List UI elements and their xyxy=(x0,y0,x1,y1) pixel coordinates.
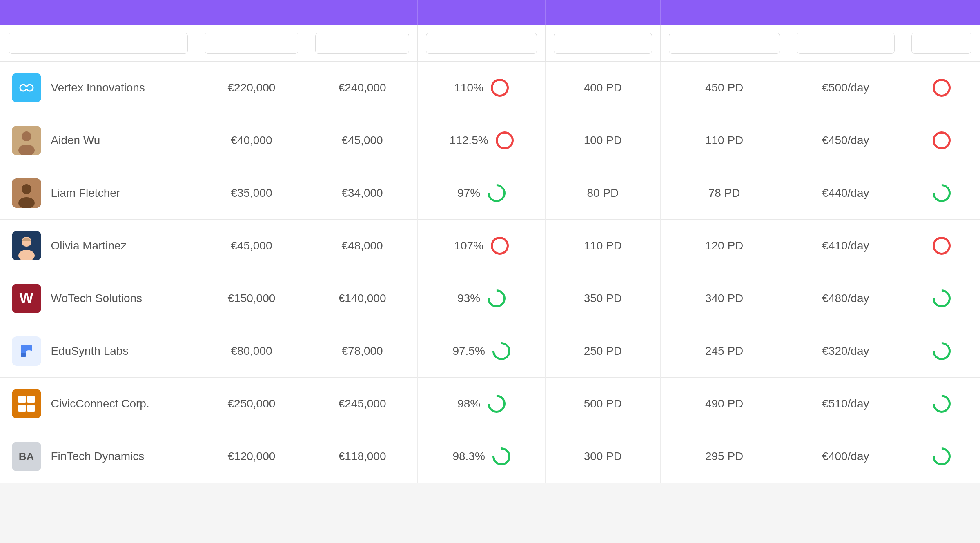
effort-aiden-wu-status-red xyxy=(933,131,951,149)
table-row-liam-fletcher: Liam Fletcher €35,000 €34,000 97% 80 PD … xyxy=(0,167,980,220)
svg-rect-14 xyxy=(27,396,35,403)
avatar-fintech: BA xyxy=(12,442,41,471)
cell-effort-edusynth-labs xyxy=(903,325,980,378)
effort-civicconnect-corp-status-green xyxy=(929,391,954,416)
avatar-wotech: W xyxy=(12,284,41,313)
filter-cell-actualeffort xyxy=(660,25,788,62)
consumption-value-wotech-solutions: 93% xyxy=(457,292,480,305)
participant-name-edusynth-labs: EduSynth Labs xyxy=(51,345,129,358)
expense-value-fintech-dynamics: €118,000 xyxy=(339,450,386,463)
cell-effort-olivia-martinez xyxy=(903,220,980,272)
planeffort-value-vertex-innovations: 400 PD xyxy=(584,81,622,94)
consumption-value-olivia-martinez: 107% xyxy=(454,239,483,252)
cell-effort-aiden-wu xyxy=(903,114,980,167)
participant-name-civicconnect-corp: CivicConnect Corp. xyxy=(51,397,149,410)
svg-rect-16 xyxy=(27,405,35,412)
avatar-edusynth xyxy=(12,336,41,366)
main-table-wrapper: Vertex Innovations €220,000 €240,000 110… xyxy=(0,0,980,483)
filter-input-rate[interactable] xyxy=(797,33,895,54)
svg-rect-15 xyxy=(18,405,26,412)
col-header-expense xyxy=(307,0,417,25)
consumption-civicconnect-corp-status-green xyxy=(484,391,509,416)
filter-cell-rate xyxy=(788,25,903,62)
cell-planeffort-aiden-wu: 100 PD xyxy=(546,114,661,167)
filter-row xyxy=(0,25,980,62)
consumption-value-fintech-dynamics: 98.3% xyxy=(452,450,485,463)
filter-input-actualeffort[interactable] xyxy=(669,33,780,54)
cell-effort-civicconnect-corp xyxy=(903,378,980,430)
col-header-effort xyxy=(903,0,980,25)
cell-planeffort-civicconnect-corp: 500 PD xyxy=(546,378,661,430)
budget-value-civicconnect-corp: €250,000 xyxy=(227,397,275,410)
col-header-consumption xyxy=(418,0,546,25)
cell-budget-wotech-solutions: €150,000 xyxy=(196,272,307,325)
cell-expense-edusynth-labs: €78,000 xyxy=(307,325,417,378)
cell-budget-edusynth-labs: €80,000 xyxy=(196,325,307,378)
filter-input-budget[interactable] xyxy=(205,33,298,54)
filter-input-planeffort[interactable] xyxy=(554,33,652,54)
expense-value-edusynth-labs: €78,000 xyxy=(341,345,383,357)
cell-budget-liam-fletcher: €35,000 xyxy=(196,167,307,220)
consumption-value-edusynth-labs: 97.5% xyxy=(452,345,485,358)
planeffort-value-liam-fletcher: 80 PD xyxy=(587,187,619,199)
consumption-olivia-martinez-status-red xyxy=(491,237,509,255)
consumption-aiden-wu-status-red xyxy=(496,131,514,149)
consumption-edusynth-labs-status-green xyxy=(489,338,514,364)
cell-actualeffort-fintech-dynamics: 295 PD xyxy=(660,430,788,483)
filter-input-expense[interactable] xyxy=(315,33,409,54)
filter-input-consumption[interactable] xyxy=(426,33,537,54)
actualeffort-value-liam-fletcher: 78 PD xyxy=(708,187,740,199)
cell-budget-vertex-innovations: €220,000 xyxy=(196,62,307,114)
table-row-civicconnect-corp: CivicConnect Corp. €250,000 €245,000 98%… xyxy=(0,378,980,430)
cell-actualeffort-wotech-solutions: 340 PD xyxy=(660,272,788,325)
rate-value-edusynth-labs: €320/day xyxy=(822,345,869,357)
avatar-vertex xyxy=(12,73,41,102)
rate-value-aiden-wu: €450/day xyxy=(822,134,869,147)
effort-vertex-innovations-status-red xyxy=(933,79,951,97)
effort-wotech-solutions-status-green xyxy=(929,286,954,311)
cell-participant-edusynth-labs: EduSynth Labs xyxy=(0,325,196,378)
svg-point-4 xyxy=(22,131,31,141)
cell-rate-wotech-solutions: €480/day xyxy=(788,272,903,325)
cell-participant-aiden-wu: Aiden Wu xyxy=(0,114,196,167)
cell-planeffort-wotech-solutions: 350 PD xyxy=(546,272,661,325)
table-row-aiden-wu: Aiden Wu €40,000 €45,000 112.5% 100 PD 1… xyxy=(0,114,980,167)
cell-actualeffort-vertex-innovations: 450 PD xyxy=(660,62,788,114)
cell-rate-liam-fletcher: €440/day xyxy=(788,167,903,220)
cell-consumption-edusynth-labs: 97.5% xyxy=(418,325,546,378)
filter-input-effort[interactable] xyxy=(911,33,971,54)
cell-rate-fintech-dynamics: €400/day xyxy=(788,430,903,483)
cell-consumption-liam-fletcher: 97% xyxy=(418,167,546,220)
cell-budget-fintech-dynamics: €120,000 xyxy=(196,430,307,483)
svg-rect-2 xyxy=(23,87,30,89)
cell-expense-fintech-dynamics: €118,000 xyxy=(307,430,417,483)
svg-rect-12 xyxy=(21,353,26,357)
col-header-rate xyxy=(788,0,903,25)
cell-participant-vertex-innovations: Vertex Innovations xyxy=(0,62,196,114)
planeffort-value-aiden-wu: 100 PD xyxy=(584,134,622,147)
cell-actualeffort-edusynth-labs: 245 PD xyxy=(660,325,788,378)
cell-participant-wotech-solutions: W WoTech Solutions xyxy=(0,272,196,325)
expense-value-vertex-innovations: €240,000 xyxy=(339,81,386,94)
effort-olivia-martinez-status-red xyxy=(933,237,951,255)
cell-consumption-civicconnect-corp: 98% xyxy=(418,378,546,430)
cell-consumption-olivia-martinez: 107% xyxy=(418,220,546,272)
cell-expense-olivia-martinez: €48,000 xyxy=(307,220,417,272)
cell-actualeffort-olivia-martinez: 120 PD xyxy=(660,220,788,272)
planeffort-value-fintech-dynamics: 300 PD xyxy=(584,450,622,463)
actualeffort-value-vertex-innovations: 450 PD xyxy=(705,81,743,94)
consumption-fintech-dynamics-status-green xyxy=(489,444,514,469)
rate-value-wotech-solutions: €480/day xyxy=(822,292,869,305)
rate-value-civicconnect-corp: €510/day xyxy=(822,397,869,410)
cell-effort-vertex-innovations xyxy=(903,62,980,114)
planeffort-value-civicconnect-corp: 500 PD xyxy=(584,397,622,410)
actualeffort-value-aiden-wu: 110 PD xyxy=(705,134,743,147)
participant-name-liam-fletcher: Liam Fletcher xyxy=(51,187,120,200)
cell-rate-aiden-wu: €450/day xyxy=(788,114,903,167)
effort-liam-fletcher-status-green xyxy=(929,180,954,206)
avatar-liam xyxy=(12,178,41,208)
filter-input-participant[interactable] xyxy=(9,33,188,54)
col-header-budget xyxy=(196,0,307,25)
cell-consumption-wotech-solutions: 93% xyxy=(418,272,546,325)
cell-expense-vertex-innovations: €240,000 xyxy=(307,62,417,114)
